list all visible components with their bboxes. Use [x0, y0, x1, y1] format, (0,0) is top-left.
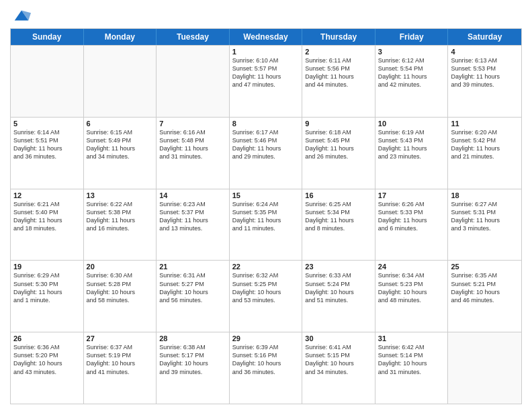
day-number: 16 [305, 191, 372, 199]
empty-cell [448, 332, 521, 404]
day-number: 23 [305, 263, 372, 271]
day-number: 29 [232, 334, 300, 342]
day-cell-14: 14Sunrise: 6:23 AM Sunset: 5:37 PM Dayli… [157, 189, 230, 261]
day-number: 28 [159, 334, 226, 342]
day-info: Sunrise: 6:34 AM Sunset: 5:23 PM Dayligh… [378, 271, 445, 304]
day-number: 18 [451, 191, 519, 199]
day-number: 6 [87, 120, 154, 128]
day-cell-15: 15Sunrise: 6:24 AM Sunset: 5:35 PM Dayli… [230, 189, 303, 261]
day-cell-19: 19Sunrise: 6:29 AM Sunset: 5:30 PM Dayli… [11, 261, 84, 332]
day-info: Sunrise: 6:11 AM Sunset: 5:56 PM Dayligh… [305, 56, 372, 89]
calendar-row-3: 19Sunrise: 6:29 AM Sunset: 5:30 PM Dayli… [11, 260, 521, 332]
day-cell-30: 30Sunrise: 6:41 AM Sunset: 5:15 PM Dayli… [302, 332, 375, 404]
day-cell-10: 10Sunrise: 6:19 AM Sunset: 5:43 PM Dayli… [375, 118, 449, 189]
day-cell-24: 24Sunrise: 6:34 AM Sunset: 5:23 PM Dayli… [375, 261, 449, 332]
day-cell-25: 25Sunrise: 6:35 AM Sunset: 5:21 PM Dayli… [448, 261, 521, 332]
calendar-row-1: 5Sunrise: 6:14 AM Sunset: 5:51 PM Daylig… [11, 117, 521, 189]
calendar: SundayMondayTuesdayWednesdayThursdayFrid… [10, 28, 522, 404]
day-cell-29: 29Sunrise: 6:39 AM Sunset: 5:16 PM Dayli… [230, 332, 303, 404]
day-number: 15 [232, 191, 300, 199]
day-number: 7 [159, 120, 226, 128]
day-info: Sunrise: 6:29 AM Sunset: 5:30 PM Dayligh… [13, 271, 81, 304]
day-number: 5 [13, 120, 81, 128]
calendar-header: SundayMondayTuesdayWednesdayThursdayFrid… [11, 29, 521, 45]
day-number: 10 [378, 120, 445, 128]
weekday-header-tuesday: Tuesday [157, 29, 230, 45]
day-cell-12: 12Sunrise: 6:21 AM Sunset: 5:40 PM Dayli… [11, 189, 84, 261]
weekday-header-friday: Friday [375, 29, 449, 45]
weekday-header-wednesday: Wednesday [230, 29, 303, 45]
day-info: Sunrise: 6:10 AM Sunset: 5:57 PM Dayligh… [232, 56, 300, 89]
day-info: Sunrise: 6:17 AM Sunset: 5:46 PM Dayligh… [232, 128, 300, 161]
day-number: 4 [451, 48, 519, 56]
day-info: Sunrise: 6:19 AM Sunset: 5:43 PM Dayligh… [378, 128, 445, 161]
calendar-row-4: 26Sunrise: 6:36 AM Sunset: 5:20 PM Dayli… [11, 332, 521, 404]
logo [10, 7, 31, 23]
day-cell-18: 18Sunrise: 6:27 AM Sunset: 5:31 PM Dayli… [448, 189, 521, 261]
day-cell-4: 4Sunrise: 6:13 AM Sunset: 5:53 PM Daylig… [448, 46, 521, 117]
day-info: Sunrise: 6:14 AM Sunset: 5:51 PM Dayligh… [13, 128, 81, 161]
day-number: 31 [378, 334, 445, 342]
day-info: Sunrise: 6:39 AM Sunset: 5:16 PM Dayligh… [232, 343, 300, 376]
day-number: 11 [451, 120, 519, 128]
day-info: Sunrise: 6:31 AM Sunset: 5:27 PM Dayligh… [159, 271, 226, 304]
day-cell-22: 22Sunrise: 6:32 AM Sunset: 5:25 PM Dayli… [230, 261, 303, 332]
day-cell-7: 7Sunrise: 6:16 AM Sunset: 5:48 PM Daylig… [157, 118, 230, 189]
day-number: 21 [159, 263, 226, 271]
calendar-row-0: 1Sunrise: 6:10 AM Sunset: 5:57 PM Daylig… [11, 45, 521, 117]
day-info: Sunrise: 6:22 AM Sunset: 5:38 PM Dayligh… [87, 200, 154, 233]
day-cell-3: 3Sunrise: 6:12 AM Sunset: 5:54 PM Daylig… [375, 46, 449, 117]
day-cell-21: 21Sunrise: 6:31 AM Sunset: 5:27 PM Dayli… [157, 261, 230, 332]
day-number: 22 [232, 263, 300, 271]
day-cell-23: 23Sunrise: 6:33 AM Sunset: 5:24 PM Dayli… [302, 261, 375, 332]
day-number: 13 [87, 191, 154, 199]
day-info: Sunrise: 6:18 AM Sunset: 5:45 PM Dayligh… [305, 128, 372, 161]
day-cell-20: 20Sunrise: 6:30 AM Sunset: 5:28 PM Dayli… [84, 261, 157, 332]
day-info: Sunrise: 6:27 AM Sunset: 5:31 PM Dayligh… [451, 200, 519, 233]
day-number: 3 [378, 48, 445, 56]
day-cell-31: 31Sunrise: 6:42 AM Sunset: 5:14 PM Dayli… [375, 332, 449, 404]
day-info: Sunrise: 6:25 AM Sunset: 5:34 PM Dayligh… [305, 200, 372, 233]
day-number: 17 [378, 191, 445, 199]
page: SundayMondayTuesdayWednesdayThursdayFrid… [0, 0, 532, 411]
logo-icon [12, 7, 31, 26]
day-number: 8 [232, 120, 300, 128]
weekday-header-sunday: Sunday [11, 29, 84, 45]
day-cell-2: 2Sunrise: 6:11 AM Sunset: 5:56 PM Daylig… [302, 46, 375, 117]
day-number: 1 [232, 48, 300, 56]
day-cell-16: 16Sunrise: 6:25 AM Sunset: 5:34 PM Dayli… [302, 189, 375, 261]
day-info: Sunrise: 6:12 AM Sunset: 5:54 PM Dayligh… [378, 56, 445, 89]
day-number: 9 [305, 120, 372, 128]
day-number: 12 [13, 191, 81, 199]
day-number: 24 [378, 263, 445, 271]
day-cell-1: 1Sunrise: 6:10 AM Sunset: 5:57 PM Daylig… [230, 46, 303, 117]
day-number: 14 [159, 191, 226, 199]
day-number: 27 [87, 334, 154, 342]
day-cell-9: 9Sunrise: 6:18 AM Sunset: 5:45 PM Daylig… [302, 118, 375, 189]
header [10, 7, 522, 23]
day-number: 30 [305, 334, 372, 342]
day-info: Sunrise: 6:41 AM Sunset: 5:15 PM Dayligh… [305, 343, 372, 376]
day-info: Sunrise: 6:42 AM Sunset: 5:14 PM Dayligh… [378, 343, 445, 376]
day-info: Sunrise: 6:35 AM Sunset: 5:21 PM Dayligh… [451, 271, 519, 304]
day-cell-27: 27Sunrise: 6:37 AM Sunset: 5:19 PM Dayli… [84, 332, 157, 404]
day-info: Sunrise: 6:36 AM Sunset: 5:20 PM Dayligh… [13, 343, 81, 376]
day-info: Sunrise: 6:15 AM Sunset: 5:49 PM Dayligh… [87, 128, 154, 161]
day-info: Sunrise: 6:38 AM Sunset: 5:17 PM Dayligh… [159, 343, 226, 376]
empty-cell [11, 46, 84, 117]
weekday-header-monday: Monday [84, 29, 157, 45]
calendar-body: 1Sunrise: 6:10 AM Sunset: 5:57 PM Daylig… [11, 45, 521, 404]
day-info: Sunrise: 6:13 AM Sunset: 5:53 PM Dayligh… [451, 56, 519, 89]
weekday-header-thursday: Thursday [302, 29, 375, 45]
calendar-row-2: 12Sunrise: 6:21 AM Sunset: 5:40 PM Dayli… [11, 189, 521, 261]
day-info: Sunrise: 6:26 AM Sunset: 5:33 PM Dayligh… [378, 200, 445, 233]
day-number: 25 [451, 263, 519, 271]
day-number: 19 [13, 263, 81, 271]
day-cell-6: 6Sunrise: 6:15 AM Sunset: 5:49 PM Daylig… [84, 118, 157, 189]
day-info: Sunrise: 6:37 AM Sunset: 5:19 PM Dayligh… [87, 343, 154, 376]
day-info: Sunrise: 6:24 AM Sunset: 5:35 PM Dayligh… [232, 200, 300, 233]
day-info: Sunrise: 6:20 AM Sunset: 5:42 PM Dayligh… [451, 128, 519, 161]
day-info: Sunrise: 6:23 AM Sunset: 5:37 PM Dayligh… [159, 200, 226, 233]
day-cell-11: 11Sunrise: 6:20 AM Sunset: 5:42 PM Dayli… [448, 118, 521, 189]
day-cell-8: 8Sunrise: 6:17 AM Sunset: 5:46 PM Daylig… [230, 118, 303, 189]
